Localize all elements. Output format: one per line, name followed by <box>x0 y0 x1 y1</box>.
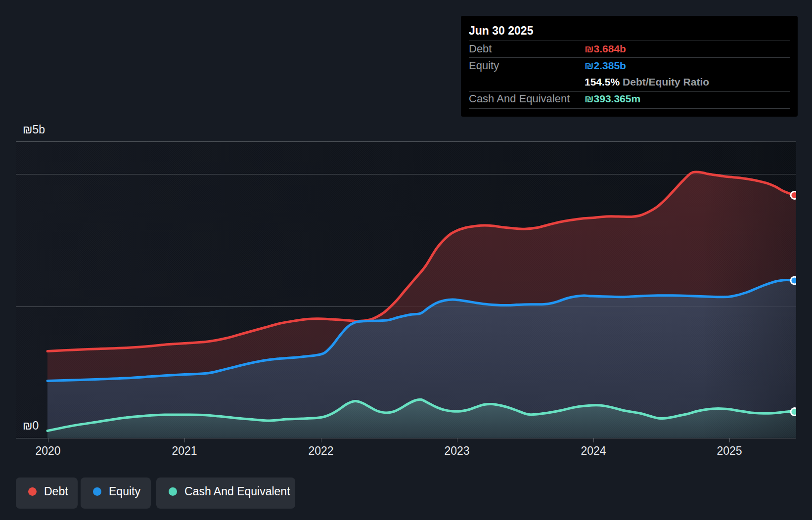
svg-text:₪0: ₪0 <box>23 419 39 432</box>
svg-text:2023: 2023 <box>444 444 469 457</box>
svg-text:2024: 2024 <box>581 444 606 457</box>
svg-text:₪5b: ₪5b <box>23 123 45 136</box>
svg-text:2021: 2021 <box>172 444 197 457</box>
svg-text:2020: 2020 <box>35 444 60 457</box>
svg-text:2022: 2022 <box>308 444 333 457</box>
svg-text:2025: 2025 <box>717 444 742 457</box>
